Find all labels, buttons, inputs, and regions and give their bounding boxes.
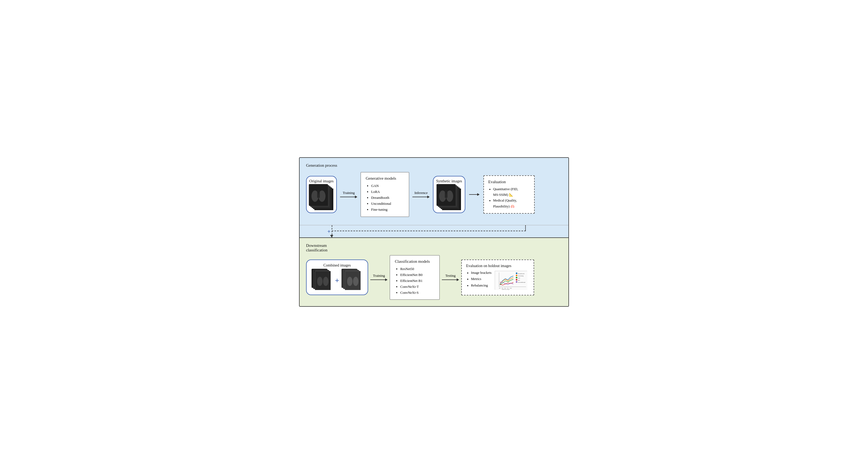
- synthetic-images-box: Synthetic images: [433, 176, 465, 213]
- testing-arrow-line: [442, 278, 459, 281]
- classif-training-head: [385, 278, 388, 281]
- classif-item-4: ConvNeXt-T: [400, 284, 435, 290]
- comb-svg-1c: [315, 271, 331, 290]
- holdout-item-3: Rebalancing: [471, 283, 492, 289]
- classif-item-5: ConvNeXt-S: [400, 290, 435, 296]
- testing-lineseg: [442, 279, 457, 280]
- generation-process-label: Generation process: [306, 163, 562, 168]
- combined-xray-stack-2: [342, 270, 362, 291]
- classif-training-arrow: Training: [370, 273, 388, 281]
- gen-model-item-4: Unconditional: [371, 201, 404, 207]
- svg-text:gan: gan: [518, 279, 520, 281]
- svg-rect-33: [445, 190, 447, 198]
- combined-stack: +: [312, 270, 362, 291]
- original-xray-stack: [309, 186, 334, 210]
- connector-plus: +: [328, 229, 330, 235]
- holdout-item-1: Image brackets: [471, 270, 492, 276]
- chart-svg: dreambooth finetuning lora gan unconditi…: [495, 271, 527, 290]
- xray-svg-5: [309, 184, 328, 206]
- training-arrow-line: [340, 196, 358, 198]
- classif-training-lineseg: [370, 279, 385, 280]
- connector-arrow-down: [330, 235, 333, 237]
- svg-text:additional_images: additional_images: [502, 289, 510, 290]
- svg-point-61: [516, 277, 518, 278]
- classif-item-2: EfficientNet B0: [400, 272, 435, 278]
- holdout-list: Image brackets Metrics Rebalancing: [466, 270, 492, 289]
- combined-images-label: Combined images: [323, 263, 351, 268]
- classif-training-label: Training: [373, 273, 385, 278]
- training-arrow: Training: [340, 191, 358, 198]
- section-connector: +: [300, 225, 568, 237]
- svg-point-57: [516, 272, 518, 274]
- eval-list: Quantitative (FID,MS-SSIM) 📐 Medical (Qu…: [488, 187, 530, 209]
- xray-layer-5: [309, 184, 328, 205]
- generation-process-section: Generation process Original images: [300, 158, 568, 225]
- classif-item-1: ResNet50: [400, 266, 435, 272]
- svg-text:finetuning: finetuning: [518, 275, 524, 276]
- inf-arrow-head: [427, 196, 430, 198]
- eval-title: Evaluation: [488, 180, 530, 184]
- svg-point-65: [516, 281, 518, 283]
- holdout-content: Image brackets Metrics Rebalancing: [466, 270, 529, 291]
- eval-arrow-line: [469, 193, 479, 196]
- svg-point-52: [347, 277, 352, 286]
- gen-model-item-2: LoRA: [371, 189, 404, 195]
- inf-line-seg: [412, 197, 427, 197]
- arrow-line-seg: [340, 197, 355, 197]
- svg-text:unconditional: unconditional: [518, 281, 526, 283]
- inference-arrow: Inference: [412, 191, 430, 198]
- inference-label: Inference: [414, 191, 428, 195]
- classif-list: ResNet50 EfficientNet B0 EfficientNet B1…: [395, 266, 435, 296]
- synthetic-images-label: Synthetic images: [436, 179, 462, 184]
- svg-text:1000: 1000: [509, 288, 512, 289]
- diagram-wrapper: Generation process Original images: [299, 157, 569, 307]
- holdout-item-2: Metrics: [471, 276, 492, 283]
- eval-arrow-head: [477, 193, 479, 196]
- synthetic-xray-stack: [437, 186, 461, 210]
- svg-point-63: [516, 279, 518, 280]
- svg-point-59: [516, 275, 518, 276]
- svg-text:dreambooth: dreambooth: [518, 273, 524, 274]
- arrow-head: [355, 196, 358, 198]
- classif-training-line: [370, 278, 388, 281]
- testing-head: [457, 278, 459, 281]
- comb-svg-2c: [345, 271, 361, 290]
- classif-item-3: EfficientNet B1: [400, 278, 435, 284]
- synth-xray-5: [436, 184, 455, 205]
- bottom-content-row: Combined images: [306, 255, 562, 300]
- holdout-title: Evaluation on holdout images: [466, 264, 529, 268]
- original-images-label: Original images: [309, 179, 334, 184]
- gen-models-list: GAN LoRA DreamBooth Unconditional Fine-t…: [366, 183, 404, 212]
- gen-model-item-5: Fine-tuning: [371, 207, 404, 212]
- svg-point-43: [323, 277, 329, 286]
- gen-models-title: Generative models: [366, 176, 404, 181]
- combined-images-box: Combined images: [306, 260, 368, 295]
- generative-models-box: Generative models GAN LoRA DreamBooth Un…: [361, 172, 409, 217]
- evaluation-box: Evaluation Quantitative (FID,MS-SSIM) 📐 …: [484, 175, 535, 214]
- classification-models-box: Classification models ResNet50 Efficient…: [390, 255, 440, 300]
- comb-xray-2c: [345, 271, 360, 290]
- holdout-eval-box: Evaluation on holdout images Image brack…: [461, 260, 534, 295]
- svg-text:lora: lora: [518, 277, 520, 279]
- h-dashed-line: [332, 231, 526, 231]
- svg-point-42: [317, 277, 322, 286]
- eval-item-1: Quantitative (FID,MS-SSIM) 📐: [493, 187, 530, 198]
- gen-model-item-1: GAN: [371, 183, 404, 189]
- testing-arrow: Testing: [442, 273, 459, 281]
- svg-rect-16: [317, 190, 320, 198]
- svg-text:100: 100: [499, 288, 500, 289]
- downstream-classification-section: Downstreamclassification Combined images: [300, 237, 568, 306]
- training-label: Training: [343, 191, 355, 195]
- svg-point-53: [353, 277, 359, 286]
- top-content-row: Original images: [306, 172, 562, 217]
- eval-line-seg: [469, 194, 477, 195]
- inference-arrow-line: [412, 196, 430, 198]
- mini-chart: dreambooth finetuning lora gan unconditi…: [495, 271, 527, 290]
- combined-xray-stack-1: [312, 270, 332, 291]
- right-vline: [525, 225, 526, 231]
- downstream-label: Downstreamclassification: [306, 243, 562, 253]
- original-images-box: Original images: [306, 176, 337, 213]
- synth-svg-5: [437, 184, 456, 206]
- testing-label: Testing: [445, 273, 456, 278]
- eval-arrow: [469, 193, 479, 196]
